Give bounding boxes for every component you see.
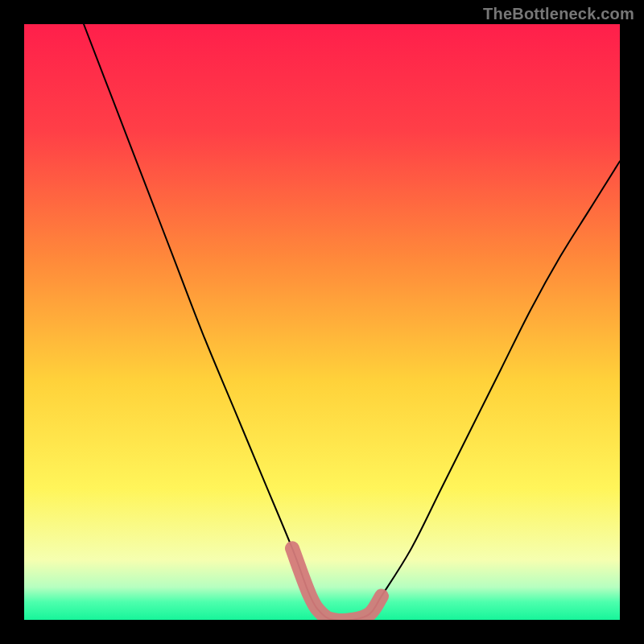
bottleneck-curve	[84, 24, 620, 620]
bottleneck-highlight	[292, 548, 382, 620]
watermark-text: TheBottleneck.com	[483, 5, 634, 23]
chart-frame: TheBottleneck.com	[0, 0, 644, 644]
curve-layer	[24, 24, 620, 620]
plot-area	[24, 24, 620, 620]
